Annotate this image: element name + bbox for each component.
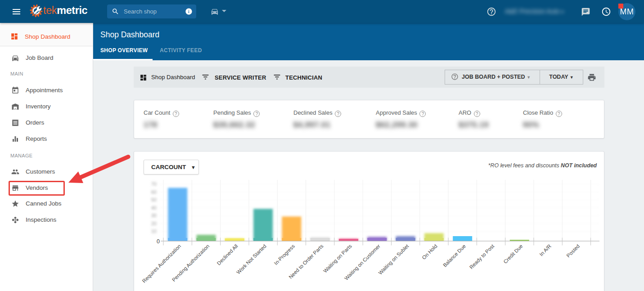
svg-text:60: 60 [151,189,157,195]
svg-text:On Hold: On Hold [421,243,438,260]
svg-text:30: 30 [151,213,157,218]
svg-text:In-Progress: In-Progress [273,243,296,266]
svg-text:Posted: Posted [566,243,581,259]
svg-text:10: 10 [151,228,157,234]
svg-text:Waiting on Sublet: Waiting on Sublet [378,243,410,275]
svg-text:70: 70 [151,181,157,187]
svg-text:20: 20 [151,221,157,226]
svg-text:In A/R: In A/R [538,243,552,257]
svg-text:Waiting on Parts: Waiting on Parts [322,243,353,274]
svg-text:0: 0 [157,238,160,245]
svg-text:Declined All: Declined All [216,243,239,266]
svg-text:50: 50 [151,197,157,202]
svg-text:40: 40 [151,205,157,210]
svg-text:Credit Due: Credit Due [502,243,523,264]
svg-text:Work Not Started: Work Not Started [235,243,267,275]
svg-text:Balance Due: Balance Due [442,243,467,268]
svg-text:Ready to Post: Ready to Post [468,243,495,270]
